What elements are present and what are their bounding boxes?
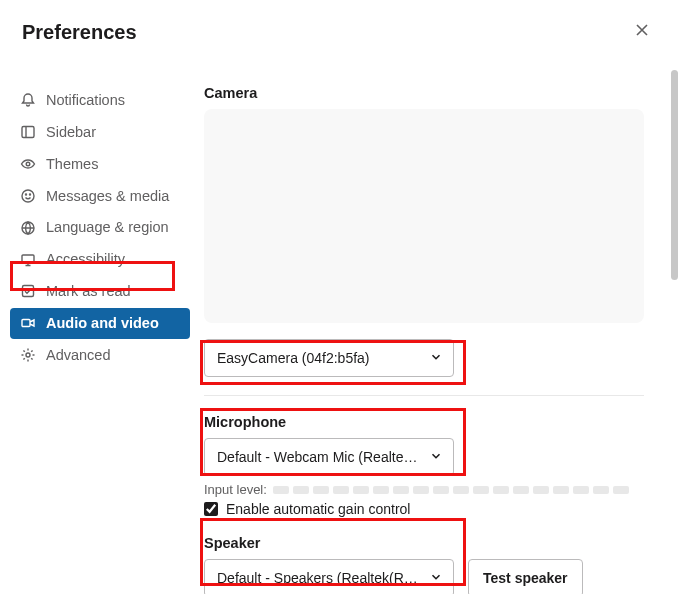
section-divider xyxy=(204,395,644,396)
page-title: Preferences xyxy=(22,21,137,44)
sidebar-item-label: Notifications xyxy=(46,91,125,110)
speaker-label: Speaker xyxy=(204,535,662,551)
svg-point-2 xyxy=(26,162,30,166)
video-icon xyxy=(20,315,36,331)
sidebar-item-notifications[interactable]: Notifications xyxy=(10,85,190,116)
close-button[interactable] xyxy=(626,18,658,47)
sidebar-item-markasread[interactable]: Mark as read xyxy=(10,276,190,307)
gain-control-checkbox[interactable] xyxy=(204,502,218,516)
svg-point-5 xyxy=(30,194,31,195)
sidebar-item-accessibility[interactable]: Accessibility xyxy=(10,244,190,275)
sidebar-item-label: Audio and video xyxy=(46,314,159,333)
gain-control-row[interactable]: Enable automatic gain control xyxy=(204,501,662,517)
input-level-meter xyxy=(273,486,629,494)
gear-icon xyxy=(20,347,36,363)
sidebar-item-messages[interactable]: Messages & media xyxy=(10,181,190,212)
sidebar-item-label: Language & region xyxy=(46,218,169,237)
sidebar-item-label: Advanced xyxy=(46,346,111,365)
sidebar-item-language[interactable]: Language & region xyxy=(10,212,190,243)
close-icon xyxy=(634,22,650,42)
sidebar-item-label: Mark as read xyxy=(46,282,131,301)
microphone-select[interactable]: Default - Webcam Mic (Realtek(R) A… xyxy=(204,438,454,476)
input-level-label: Input level: xyxy=(204,482,267,497)
camera-select-value: EasyCamera (04f2:b5fa) xyxy=(217,350,370,366)
gain-control-label: Enable automatic gain control xyxy=(226,501,410,517)
test-speaker-button[interactable]: Test speaker xyxy=(468,559,583,594)
camera-select[interactable]: EasyCamera (04f2:b5fa) xyxy=(204,339,454,377)
sidebar-item-label: Themes xyxy=(46,155,98,174)
scrollbar[interactable] xyxy=(671,70,678,280)
input-level-row: Input level: xyxy=(204,482,662,497)
preferences-sidebar: Notifications Sidebar Themes Messages & … xyxy=(0,61,190,594)
preferences-header: Preferences xyxy=(0,0,680,61)
preferences-content: Camera EasyCamera (04f2:b5fa) Microphone… xyxy=(190,61,680,594)
svg-rect-0 xyxy=(22,127,34,138)
sidebar-item-sidebar[interactable]: Sidebar xyxy=(10,117,190,148)
chevron-down-icon xyxy=(429,449,443,466)
globe-icon xyxy=(20,220,36,236)
microphone-select-value: Default - Webcam Mic (Realtek(R) A… xyxy=(217,449,421,465)
camera-label: Camera xyxy=(204,85,662,101)
svg-rect-9 xyxy=(22,320,30,327)
speaker-select-value: Default - Speakers (Realtek(R) Audio) xyxy=(217,570,421,586)
bell-icon xyxy=(20,92,36,108)
sidebar-item-label: Sidebar xyxy=(46,123,96,142)
check-icon xyxy=(20,283,36,299)
svg-point-4 xyxy=(26,194,27,195)
svg-point-3 xyxy=(22,190,34,202)
chevron-down-icon xyxy=(429,350,443,367)
svg-rect-8 xyxy=(23,286,34,297)
sidebar-item-advanced[interactable]: Advanced xyxy=(10,340,190,371)
sidebar-icon xyxy=(20,124,36,140)
camera-preview xyxy=(204,109,644,323)
smile-icon xyxy=(20,188,36,204)
desktop-icon xyxy=(20,252,36,268)
sidebar-item-label: Messages & media xyxy=(46,187,169,206)
svg-rect-7 xyxy=(22,255,34,263)
sidebar-item-label: Accessibility xyxy=(46,250,125,269)
microphone-label: Microphone xyxy=(204,414,662,430)
chevron-down-icon xyxy=(429,570,443,587)
sidebar-item-audiovideo[interactable]: Audio and video xyxy=(10,308,190,339)
speaker-select[interactable]: Default - Speakers (Realtek(R) Audio) xyxy=(204,559,454,594)
eye-icon xyxy=(20,156,36,172)
svg-point-10 xyxy=(26,353,30,357)
sidebar-item-themes[interactable]: Themes xyxy=(10,149,190,180)
